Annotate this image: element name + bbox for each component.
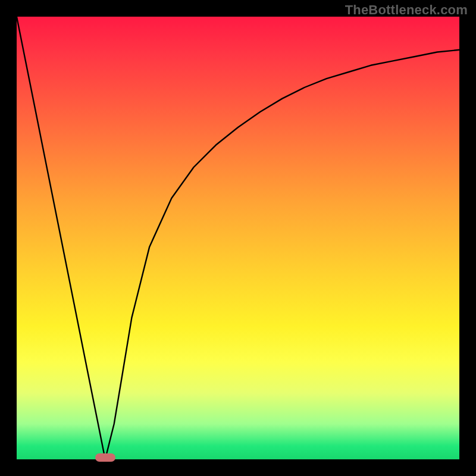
- chart-plot-area: [17, 17, 459, 459]
- bottleneck-curve: [17, 17, 459, 459]
- chart-frame: TheBottleneck.com: [0, 0, 476, 476]
- watermark-text: TheBottleneck.com: [345, 2, 468, 18]
- optimal-point-marker: [95, 453, 115, 462]
